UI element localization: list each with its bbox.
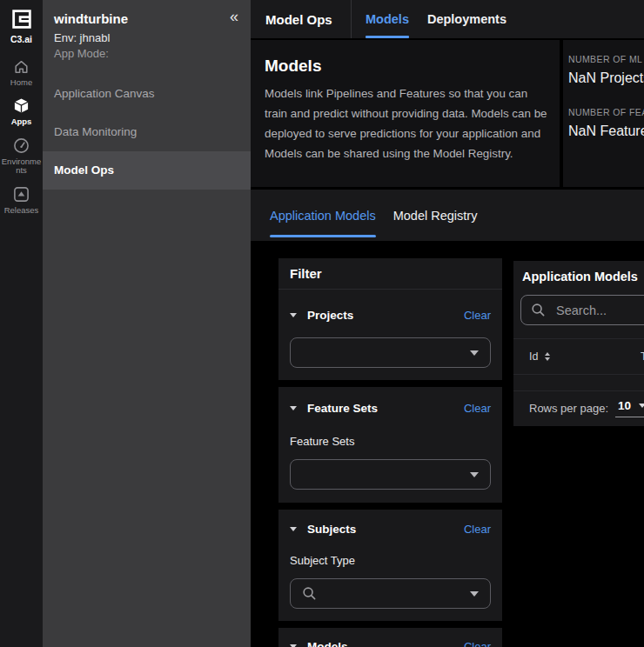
chevron-down-icon xyxy=(470,472,479,477)
feature-sets-select[interactable] xyxy=(290,459,491,490)
releases-icon xyxy=(13,186,30,203)
field-label: Subject Type xyxy=(290,554,491,567)
stats-panel: NUMBER OF ML PROJECTS NaN Projects NUMBE… xyxy=(563,40,644,187)
rail-item-label: Home xyxy=(2,78,42,87)
section-label: Models xyxy=(307,640,464,647)
apps-icon xyxy=(13,97,30,114)
models-description: Models link Pipelines and Features so th… xyxy=(265,83,552,163)
app-mode-label: App Mode: xyxy=(54,47,238,61)
gauge-icon xyxy=(13,137,30,154)
c3-logo[interactable]: C3.ai xyxy=(10,7,34,44)
top-nav: Model Ops Models Deployments xyxy=(251,0,644,38)
projects-select[interactable] xyxy=(290,337,491,368)
nav-tabs: Models Deployments xyxy=(351,0,506,38)
env-label: Env: jhnabl xyxy=(54,31,238,45)
section-header: Models Clear xyxy=(278,640,502,647)
filter-section-subjects: Subjects Clear Subject Type xyxy=(278,510,502,621)
filter-section-models: Models Clear xyxy=(278,628,502,647)
rail-item-releases[interactable]: Releases xyxy=(2,186,42,215)
chevron-down-icon xyxy=(470,350,479,356)
rows-per-page-label: Rows per page: xyxy=(529,402,608,415)
column-header-id[interactable]: Id xyxy=(529,350,550,363)
field-label: Feature Sets xyxy=(290,435,491,448)
sidebar-item-data-monitoring[interactable]: Data Monitoring xyxy=(43,113,251,151)
stat-label: NUMBER OF FEATURE SETS xyxy=(568,107,644,117)
rail-item-environments[interactable]: Environments xyxy=(2,137,42,176)
rail-item-label: Environments xyxy=(2,157,42,176)
rail-item-home[interactable]: Home xyxy=(2,59,42,87)
stat-label: NUMBER OF ML PROJECTS xyxy=(568,54,644,64)
filter-section-projects: Projects Clear xyxy=(278,309,502,322)
icon-rail: C3.ai Home Apps xyxy=(0,0,43,647)
column-header-2[interactable]: T xyxy=(641,350,644,363)
stat-ml-projects: NUMBER OF ML PROJECTS NaN Projects xyxy=(568,54,644,86)
section-header: Subjects Clear xyxy=(278,523,502,536)
tab-application-models[interactable]: Application Models xyxy=(270,190,376,241)
clear-models-link[interactable]: Clear xyxy=(464,640,491,647)
rail-item-label: Releases xyxy=(2,206,42,215)
chevron-down-icon xyxy=(639,404,644,408)
sort-icon[interactable] xyxy=(545,352,550,361)
clear-subjects-link[interactable]: Clear xyxy=(464,523,491,536)
tab-model-registry[interactable]: Model Registry xyxy=(393,190,478,241)
stat-value: NaN Features xyxy=(568,123,644,139)
chevron-down-icon[interactable] xyxy=(290,406,297,410)
rows-per-page-select[interactable]: 10 xyxy=(615,399,644,417)
chevron-down-icon[interactable] xyxy=(290,313,297,317)
filter-title: Filter xyxy=(278,258,502,290)
tab-models[interactable]: Models xyxy=(366,0,409,38)
search-input[interactable] xyxy=(554,303,644,318)
subject-type-select[interactable] xyxy=(290,578,491,609)
application-models-panel: Application Models Id T xyxy=(513,261,644,426)
model-subtabs: Application Models Model Registry xyxy=(251,190,644,241)
section-label: Projects xyxy=(307,309,464,322)
search-box[interactable] xyxy=(520,295,644,325)
sidebar-item-model-ops[interactable]: Model Ops xyxy=(43,151,251,190)
table-empty-row xyxy=(513,375,644,391)
section-label: Subjects xyxy=(307,523,464,536)
search-icon xyxy=(531,303,546,317)
stat-value: NaN Projects xyxy=(568,70,644,86)
c3-logo-icon xyxy=(10,7,34,31)
filter-panel: Filter Projects Clear xyxy=(278,258,502,380)
app-name: windturbine xyxy=(54,10,238,27)
main-content: Model Ops Models Deployments Models Mode… xyxy=(251,0,644,647)
page-title: Model Ops xyxy=(251,0,351,38)
rows-per-page-value: 10 xyxy=(618,399,631,412)
rail-item-label: Apps xyxy=(2,117,42,126)
panel-title: Application Models xyxy=(513,261,644,283)
app-window: C3.ai Home Apps xyxy=(0,0,644,647)
clear-projects-link[interactable]: Clear xyxy=(464,309,491,322)
models-overview-panel: Models Models link Pipelines and Feature… xyxy=(251,40,560,187)
column-label: Id xyxy=(529,350,538,363)
rail-item-apps[interactable]: Apps xyxy=(2,97,42,126)
home-icon xyxy=(13,59,30,75)
search-icon xyxy=(302,586,317,601)
chevron-down-icon xyxy=(470,591,479,597)
tab-deployments[interactable]: Deployments xyxy=(427,0,506,38)
sidebar-item-application-canvas[interactable]: Application Canvas xyxy=(43,75,251,113)
chevron-down-icon[interactable] xyxy=(290,527,297,531)
pagination-footer: Rows per page: 10 xyxy=(513,391,644,425)
nav-divider xyxy=(351,0,352,38)
sidebar-nav: Application Canvas Data Monitoring Model… xyxy=(43,75,251,190)
clear-feature-sets-link[interactable]: Clear xyxy=(464,402,491,415)
stat-feature-sets: NUMBER OF FEATURE SETS NaN Features xyxy=(568,107,644,139)
section-header: Feature Sets Clear xyxy=(278,402,502,415)
sidebar-header: windturbine Env: jhnabl App Mode: « xyxy=(43,0,251,61)
app-sidebar: windturbine Env: jhnabl App Mode: « Appl… xyxy=(43,0,251,647)
section-label: Feature Sets xyxy=(307,402,464,415)
column-label: T xyxy=(641,350,644,363)
table-header-row: Id T xyxy=(513,338,644,375)
collapse-sidebar-icon[interactable]: « xyxy=(230,9,238,24)
brand-label: C3.ai xyxy=(10,34,32,44)
models-heading: Models xyxy=(265,57,546,76)
filter-section-feature-sets: Feature Sets Clear Feature Sets xyxy=(278,387,502,503)
